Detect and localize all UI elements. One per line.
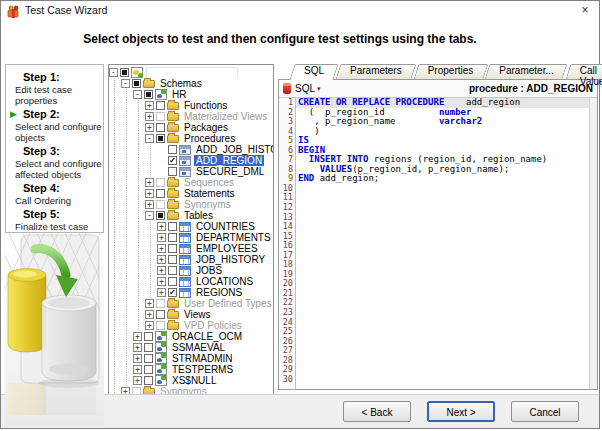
tree-node-schemas[interactable]: -Schemas: [109, 78, 273, 89]
node-checkbox-partial[interactable]: [156, 211, 165, 220]
expand-toggle-icon[interactable]: +: [133, 343, 142, 352]
tree-node-ssmaeval[interactable]: +SSMAEVAL: [109, 342, 273, 353]
tree-node-packages[interactable]: +Packages: [109, 122, 273, 133]
tree-node-sequences[interactable]: +Sequences: [109, 177, 273, 188]
node-checkbox-empty[interactable]: [168, 255, 177, 264]
expand-toggle-icon[interactable]: +: [145, 178, 154, 187]
tree-node-employees[interactable]: +EMPLOYEES: [109, 243, 273, 254]
tree-node-label: ORACLE_OCM: [170, 331, 244, 342]
node-checkbox-empty[interactable]: [156, 123, 165, 132]
tree-node-testperms[interactable]: +TESTPERMS: [109, 364, 273, 375]
tree-node-user-defined-types[interactable]: +User Defined Types: [109, 298, 273, 309]
node-checkbox-empty[interactable]: [144, 332, 153, 341]
tab-properties[interactable]: Properties: [416, 64, 486, 79]
tree-node-vpd-policies[interactable]: +VPD Policies: [109, 320, 273, 331]
expand-toggle-icon[interactable]: +: [133, 332, 142, 341]
expand-toggle-icon[interactable]: +: [145, 310, 154, 319]
tree-node-label: Sequences: [182, 177, 236, 188]
code-line-27: [296, 346, 597, 356]
expand-toggle-icon[interactable]: +: [145, 189, 154, 198]
tree-node-tables[interactable]: -Tables: [109, 210, 273, 221]
tree-node-countries[interactable]: +COUNTRIES: [109, 221, 273, 232]
chevron-down-icon[interactable]: ▾: [317, 85, 321, 93]
expand-toggle-icon[interactable]: +: [145, 200, 154, 209]
expand-toggle-icon[interactable]: +: [145, 112, 154, 121]
tree-node-jobs[interactable]: +JOBS: [109, 265, 273, 276]
tab-parameter[interactable]: Parameter...: [487, 64, 565, 79]
node-checkbox-empty[interactable]: [168, 233, 177, 242]
tree-node-regions[interactable]: +✓REGIONS: [109, 287, 273, 298]
tab-parameters[interactable]: Parameters: [338, 64, 414, 79]
tree-node-add-region[interactable]: ✓ADD_REGION: [109, 155, 273, 166]
expand-toggle-icon[interactable]: +: [157, 255, 166, 264]
tree-node-xs-null[interactable]: +XS$NULL: [109, 375, 273, 386]
expand-toggle-icon[interactable]: +: [145, 123, 154, 132]
node-checkbox-partial[interactable]: [144, 90, 153, 99]
expand-toggle-icon[interactable]: +: [145, 101, 154, 110]
sql-dropdown[interactable]: SQL: [295, 83, 315, 94]
node-checkbox-empty[interactable]: [168, 244, 177, 253]
tab-label: Properties: [428, 65, 474, 76]
tab-call-values[interactable]: Call Values: [568, 64, 602, 79]
folder-icon: [167, 212, 179, 220]
code-lines[interactable]: CREATE OR REPLACE PROCEDURE add_region (…: [296, 98, 597, 389]
node-checkbox-empty[interactable]: [144, 365, 153, 374]
tree-node-views[interactable]: +Views: [109, 309, 273, 320]
back-button[interactable]: < Back: [343, 401, 411, 422]
tree-node-functions[interactable]: +Functions: [109, 100, 273, 111]
expand-toggle-icon[interactable]: +: [157, 266, 166, 275]
expand-toggle-icon[interactable]: +: [157, 222, 166, 231]
editor-scrollbar[interactable]: [589, 98, 597, 389]
tree-node-materialized-views[interactable]: +Materialized Views: [109, 111, 273, 122]
collapse-toggle-icon[interactable]: -: [145, 134, 154, 143]
tree-node-label: JOBS: [194, 265, 224, 276]
tree-node-synonyms[interactable]: +Synonyms: [109, 199, 273, 210]
node-checkbox-empty[interactable]: [168, 277, 177, 286]
tree-node-job-history[interactable]: +JOB_HISTORY: [109, 254, 273, 265]
expand-toggle-icon[interactable]: +: [157, 288, 166, 297]
node-checkbox-empty[interactable]: [144, 376, 153, 385]
tree-node-hr[interactable]: -HR: [109, 89, 273, 100]
node-checkbox-empty[interactable]: [168, 222, 177, 231]
close-icon[interactable]: ×: [577, 2, 593, 18]
node-checkbox-empty[interactable]: [144, 343, 153, 352]
tab-sql[interactable]: SQL: [292, 64, 336, 79]
node-checkbox-empty[interactable]: [168, 266, 177, 275]
node-checkbox-empty[interactable]: [156, 310, 165, 319]
tree-node-oracle-ocm[interactable]: +ORACLE_OCM: [109, 331, 273, 342]
expand-toggle-icon[interactable]: +: [133, 365, 142, 374]
expand-toggle-icon[interactable]: +: [145, 321, 154, 330]
tree-node-add-job-history[interactable]: ADD_JOB_HISTORY: [109, 144, 273, 155]
tree-node-strmadmin[interactable]: +STRMADMIN: [109, 353, 273, 364]
expand-toggle-icon[interactable]: +: [157, 277, 166, 286]
node-checkbox-partial[interactable]: [132, 79, 141, 88]
tree-node-blank[interactable]: -: [109, 67, 273, 78]
expand-toggle-icon[interactable]: +: [145, 299, 154, 308]
tree-node-locations[interactable]: +LOCATIONS: [109, 276, 273, 287]
node-checkbox-disabled: [156, 200, 165, 209]
collapse-toggle-icon[interactable]: -: [109, 68, 118, 77]
node-checkbox-empty[interactable]: [144, 354, 153, 363]
expand-toggle-icon[interactable]: +: [133, 354, 142, 363]
collapse-toggle-icon[interactable]: -: [145, 211, 154, 220]
tree-node-statements[interactable]: +Statements: [109, 188, 273, 199]
node-checkbox-empty[interactable]: [156, 189, 165, 198]
expand-toggle-icon[interactable]: +: [157, 244, 166, 253]
code-area[interactable]: 1234567891011121314151617181920212223242…: [279, 98, 597, 389]
node-checkbox-checked[interactable]: ✓: [168, 288, 177, 297]
collapse-toggle-icon[interactable]: -: [121, 79, 130, 88]
cancel-button[interactable]: Cancel: [511, 401, 579, 422]
tree-node-secure-dml[interactable]: SECURE_DML: [109, 166, 273, 177]
node-checkbox-empty[interactable]: [168, 145, 177, 154]
node-checkbox-empty[interactable]: [156, 101, 165, 110]
tree-node-departments[interactable]: +DEPARTMENTS: [109, 232, 273, 243]
node-checkbox-partial[interactable]: [156, 134, 165, 143]
expand-toggle-icon[interactable]: +: [157, 233, 166, 242]
node-checkbox-empty[interactable]: [168, 167, 177, 176]
tree-node-procedures[interactable]: -Procedures: [109, 133, 273, 144]
next-button[interactable]: Next >: [427, 401, 495, 422]
node-checkbox-partial[interactable]: [120, 68, 129, 77]
collapse-toggle-icon[interactable]: -: [133, 90, 142, 99]
expand-toggle-icon[interactable]: +: [133, 376, 142, 385]
node-checkbox-checked[interactable]: ✓: [168, 156, 177, 165]
